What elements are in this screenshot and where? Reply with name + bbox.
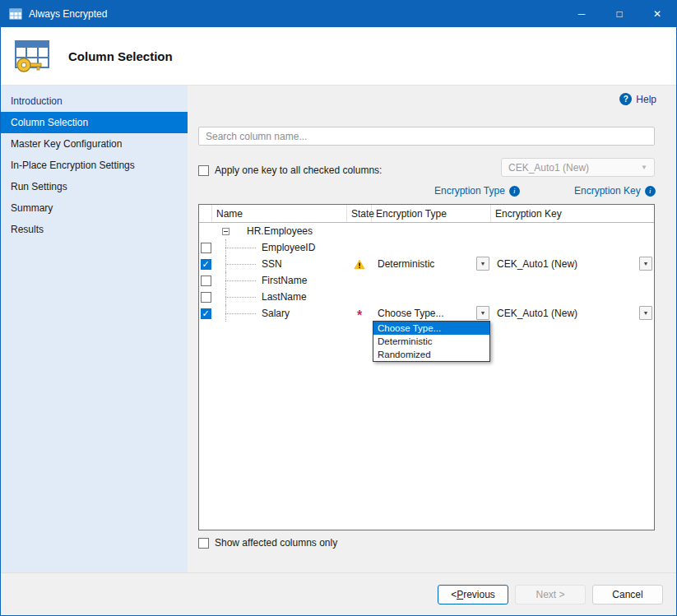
state-column-header: State <box>347 205 372 222</box>
row-checkbox[interactable] <box>201 259 211 270</box>
help-link[interactable]: ? Help <box>619 93 656 105</box>
checkbox-column-header <box>199 205 212 222</box>
encryption-key-combo[interactable]: CEK_Auto1 (New) ▼ <box>491 305 654 322</box>
column-name: SSN <box>262 258 282 270</box>
encryption-type-combo[interactable]: Deterministic ▼ <box>372 256 491 272</box>
collapse-icon[interactable] <box>222 228 230 235</box>
table-row-ssn: SSN Deterministic ▼ CEK_Auto1 (New) <box>199 256 654 272</box>
sidebar-item-results[interactable]: Results <box>1 219 188 240</box>
always-encrypted-wizard-window: Always Encrypted ─ □ ✕ Column Selection … <box>0 0 677 616</box>
next-button-label: Next > <box>536 589 564 600</box>
apply-one-key-label: Apply one key to all checked columns: <box>215 164 382 176</box>
table-row-group: HR.Employees <box>199 223 654 239</box>
chevron-down-icon[interactable]: ▼ <box>639 306 652 320</box>
row-checkbox[interactable] <box>201 276 211 286</box>
encryption-key-value: CEK_Auto1 (New) <box>497 258 577 270</box>
previous-button-prefix: < <box>451 589 457 600</box>
encryption-key-link[interactable]: Encryption Key i <box>574 185 656 197</box>
previous-button-accesskey: P <box>457 589 463 600</box>
encryption-key-combo[interactable]: CEK_Auto1 (New) ▼ <box>491 256 654 272</box>
table-row-firstname: FirstName <box>199 272 654 289</box>
encryption-type-column-header: Encryption Type <box>372 205 491 222</box>
page-title: Column Selection <box>68 49 173 63</box>
sidebar-item-in-place-encryption-settings[interactable]: In-Place Encryption Settings <box>1 155 188 176</box>
row-checkbox[interactable] <box>201 292 211 303</box>
chevron-down-icon[interactable]: ▼ <box>476 306 489 320</box>
apply-one-key-checkbox[interactable] <box>198 165 209 176</box>
chevron-down-icon[interactable]: ▼ <box>476 257 489 271</box>
encryption-type-combo[interactable]: Choose Type... ▼ <box>372 305 491 322</box>
encryption-key-link-label: Encryption Key <box>574 185 641 197</box>
cancel-button[interactable]: Cancel <box>592 585 663 604</box>
sidebar-item-run-settings[interactable]: Run Settings <box>1 176 188 197</box>
wizard-header: Column Selection <box>1 27 676 86</box>
name-column-header: Name <box>212 205 347 222</box>
wizard-steps-sidebar: Introduction Column Selection Master Key… <box>1 86 188 572</box>
chevron-down-icon[interactable]: ▼ <box>639 257 652 271</box>
sidebar-item-summary[interactable]: Summary <box>1 197 188 219</box>
column-selection-panel: ? Help Apply one key to all checked colu… <box>188 86 676 572</box>
table-key-icon <box>12 36 52 76</box>
master-cek-value: CEK_Auto1 (New) <box>508 162 589 174</box>
row-checkbox[interactable] <box>201 243 211 253</box>
close-button[interactable]: ✕ <box>638 1 676 27</box>
search-column-input[interactable] <box>198 127 655 146</box>
master-cek-dropdown[interactable]: CEK_Auto1 (New) ▼ <box>501 158 655 177</box>
help-icon: ? <box>619 93 632 105</box>
show-affected-label: Show affected columns only <box>215 537 337 549</box>
columns-grid: Name State Encryption Type Encryption Ke… <box>198 204 655 530</box>
info-icon[interactable]: i <box>645 186 656 197</box>
title-bar[interactable]: Always Encrypted ─ □ ✕ <box>1 1 676 27</box>
column-name: LastName <box>262 291 307 303</box>
previous-button[interactable]: < Previous <box>438 585 508 604</box>
column-name: EmployeeID <box>262 242 315 253</box>
encryption-key-value: CEK_Auto1 (New) <box>497 308 577 319</box>
warning-icon <box>354 259 365 270</box>
dropdown-option-choose-type[interactable]: Choose Type... <box>373 322 489 335</box>
encryption-type-value: Choose Type... <box>378 308 444 319</box>
app-icon <box>9 7 22 21</box>
wizard-footer: < Previous Next > Cancel <box>1 572 676 615</box>
cancel-button-label: Cancel <box>612 589 642 600</box>
previous-button-rest: revious <box>463 589 495 600</box>
column-name: Salary <box>262 308 290 319</box>
sidebar-item-column-selection[interactable]: Column Selection <box>1 112 188 133</box>
minimize-button[interactable]: ─ <box>563 1 600 27</box>
window-title: Always Encrypted <box>29 8 107 20</box>
encryption-type-value: Deterministic <box>378 258 434 270</box>
encryption-type-link-label: Encryption Type <box>434 185 505 197</box>
encryption-type-link[interactable]: Encryption Type i <box>434 185 520 197</box>
show-affected-checkbox[interactable] <box>198 538 209 549</box>
next-button[interactable]: Next > <box>515 585 586 604</box>
sidebar-item-introduction[interactable]: Introduction <box>1 90 188 112</box>
dropdown-option-deterministic[interactable]: Deterministic <box>373 335 489 348</box>
column-name: FirstName <box>262 275 307 286</box>
maximize-button[interactable]: □ <box>600 1 638 27</box>
help-label: Help <box>636 94 656 105</box>
sidebar-item-master-key-configuration[interactable]: Master Key Configuration <box>1 133 188 155</box>
encryption-type-dropdown-list: Choose Type... Deterministic Randomized <box>373 321 490 362</box>
chevron-down-icon: ▼ <box>641 164 647 171</box>
info-icon[interactable]: i <box>509 186 520 197</box>
encryption-key-column-header: Encryption Key <box>491 205 654 222</box>
table-row-lastname: LastName <box>199 289 654 305</box>
table-row-salary: Salary * Choose Type... ▼ CEK_Auto1 (New… <box>199 305 654 322</box>
required-asterisk-icon: * <box>357 312 362 320</box>
group-name: HR.Employees <box>247 225 313 237</box>
table-row-employeeid: EmployeeID <box>199 239 654 256</box>
dropdown-option-randomized[interactable]: Randomized <box>373 348 489 361</box>
grid-header-row: Name State Encryption Type Encryption Ke… <box>199 205 654 223</box>
row-checkbox[interactable] <box>201 308 211 319</box>
